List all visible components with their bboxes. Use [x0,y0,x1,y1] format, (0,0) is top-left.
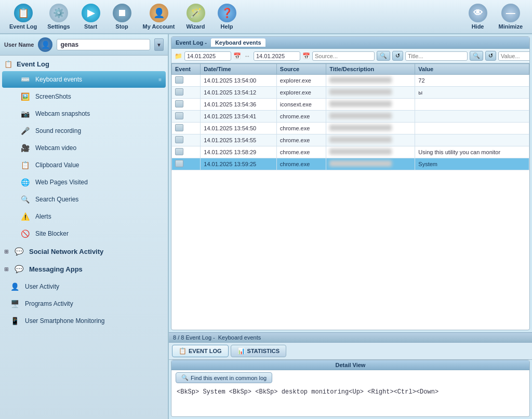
cell-value: 72 [415,75,529,87]
filter-icon: 📁 [175,52,182,60]
start-button[interactable]: ▶ Start [75,2,107,32]
toolbar: 📋 Event Log ⚙️ Settings ▶ Start ⏹ Stop 👤… [0,0,532,34]
sidebar-item-clipboard[interactable]: 📋 Clipboard Value [2,157,166,173]
sidebar-item-search[interactable]: 🔍 Search Queries [2,191,166,208]
sidebar-webcam-video-label: Webcam video [35,144,76,152]
table-row[interactable]: 14.01.2025 13:54:00 explorer.exe 72 [172,75,529,87]
sidebar-user-activity-label: User Activity [25,283,59,290]
status-count: 8 / 8 Event Log - [173,334,215,341]
sidebar-item-user-activity[interactable]: 👤 User Activity [2,278,166,295]
sidebar-item-smartphone[interactable]: 📱 User Smartphone Monitoring [2,313,166,329]
clear-source-btn[interactable]: ↺ [392,51,403,61]
filter-calendar-icon-2: 📅 [302,52,310,60]
wizard-button[interactable]: 🪄 Wizard [180,2,211,32]
log-table-scroll[interactable]: Event Date/Time Source Title/Description… [171,63,529,330]
table-row[interactable]: 14.01.2025 13:54:12 explorer.exe ы [172,87,529,99]
user-dropdown-button[interactable]: ▼ [154,38,164,51]
detail-panel: Detail View 🔍 Find this event in common … [171,360,530,417]
row-event-icon [175,148,183,155]
table-row[interactable]: 14.01.2025 13:54:41 chrome.exe [172,111,529,123]
sidebar-clipboard-label: Clipboard Value [35,161,79,169]
filter-calendar-icon: 📅 [233,52,241,60]
detail-view-header: Detail View [171,360,529,370]
account-label: My Account [143,23,175,30]
keyboard-events-tab[interactable]: Keyboard events [211,38,265,47]
detail-content: <BkSp> System <BkSp> <BkSp> desktop moni… [171,385,529,416]
sidebar-item-web-pages[interactable]: 🌐 Web Pages Visited [2,174,166,191]
keyboard-menu-icon: ≡ [158,77,162,83]
table-row[interactable]: 14.01.2025 13:54:36 iconsext.exe [172,99,529,111]
log-table: Event Date/Time Source Title/Description… [171,63,529,170]
search-source-icon[interactable]: 🔍 [377,51,390,61]
user-name-label: User Name [4,42,34,48]
date-from-input[interactable] [184,51,231,61]
table-row[interactable]: 14.01.2025 13:54:50 chrome.exe [172,123,529,134]
sidebar-item-webcam-video[interactable]: 🎥 Webcam video [2,140,166,156]
sidebar-item-programs[interactable]: 🖥️ Programs Activity [2,295,166,312]
find-event-btn[interactable]: 🔍 Find this event in common log [176,372,272,383]
table-row[interactable]: 14.01.2025 13:54:55 chrome.exe [172,134,529,146]
row-event-icon [175,76,183,84]
hide-button[interactable]: 👁 Hide [462,2,494,32]
help-button[interactable]: ❓ Help [211,2,243,32]
username-display: genas [57,39,150,50]
cell-event [172,111,201,123]
sidebar-messaging-label: Messaging Apps [29,265,83,273]
sidebar-item-webcam-snap[interactable]: 📷 Webcam snapshots [2,105,166,122]
source-search-input[interactable] [312,51,375,61]
stop-button[interactable]: ⏹ Stop [107,2,138,32]
content-area: Event Log - Keyboard events 📁 📅 ↔ 📅 🔍 ↺ … [169,34,532,419]
sidebar-item-keyboard[interactable]: ⌨️ Keyboard events ≡ [2,71,166,88]
cell-source: explorer.exe [276,87,326,99]
cell-value: Using this utility you can monitor [415,146,529,158]
minimize-button[interactable]: — Minimize [494,2,528,32]
value-search-input[interactable] [498,51,530,61]
sidebar-item-site-blocker[interactable]: 🚫 Site Blocker [2,225,166,242]
cell-value [415,99,529,111]
cell-datetime: 14.01.2025 13:59:25 [201,158,277,170]
sidebar-alerts-label: Alerts [35,213,51,220]
event-log-header: Event Log - Keyboard events [171,37,529,49]
messaging-expand-icon: ⊞ [4,266,8,272]
stop-icon: ⏹ [113,4,131,22]
event-log-button[interactable]: 📋 Event Log [4,2,42,32]
sidebar-nav: 📋 Event Log ⌨️ Keyboard events ≡ 🖼️ Scre… [0,56,168,332]
sidebar-item-sound[interactable]: 🎤 Sound recording [2,123,166,139]
site-blocker-icon: 🚫 [19,227,31,240]
table-row[interactable]: 14.01.2025 13:59:25 chrome.exe System [172,158,529,170]
sidebar-sound-label: Sound recording [35,127,81,134]
clear-title-btn[interactable]: ↺ [485,51,496,61]
cell-title [326,75,415,87]
row-event-icon [175,124,183,131]
cell-source: chrome.exe [276,146,326,158]
user-activity-icon: 👤 [8,280,21,293]
cell-event [172,158,201,170]
table-row[interactable]: 14.01.2025 13:58:29 chrome.exe Using thi… [172,146,529,158]
web-pages-icon: 🌐 [19,176,31,188]
sidebar-programs-label: Programs Activity [25,300,73,307]
sidebar-item-screenshots[interactable]: 🖼️ ScreenShots [2,88,166,105]
title-search-input[interactable] [405,51,468,61]
filter-bar: 📁 📅 ↔ 📅 🔍 ↺ 🔍 ↺ [171,49,529,63]
sidebar-item-event-log[interactable]: 📋 Event Log [0,58,168,71]
account-button[interactable]: 👤 My Account [138,2,180,32]
sidebar-item-alerts[interactable]: ⚠️ Alerts [2,208,166,225]
cell-datetime: 14.01.2025 13:58:29 [201,146,277,158]
settings-button[interactable]: ⚙️ Settings [42,2,75,32]
sidebar-item-social[interactable]: ⊞ 💬 Social Network Activity [0,242,168,260]
sidebar-smartphone-label: User Smartphone Monitoring [25,317,104,325]
cell-event [172,75,201,87]
date-to-input[interactable] [254,51,300,61]
search-title-icon[interactable]: 🔍 [470,51,483,61]
help-label: Help [221,23,233,30]
social-icon: 💬 [12,245,25,258]
sidebar-site-blocker-label: Site Blocker [35,230,69,237]
cell-source: chrome.exe [276,158,326,170]
minimize-label: Minimize [499,23,523,30]
sidebar-item-messaging[interactable]: ⊞ 💬 Messaging Apps [0,260,168,278]
statistics-tab-btn[interactable]: 📊 STATISTICS [231,345,287,357]
sidebar-event-log-label: Event Log [17,60,49,68]
settings-label: Settings [47,23,70,30]
find-event-icon: 🔍 [181,374,189,381]
event-log-tab-btn[interactable]: 📋 EVENT LOG [172,345,229,357]
